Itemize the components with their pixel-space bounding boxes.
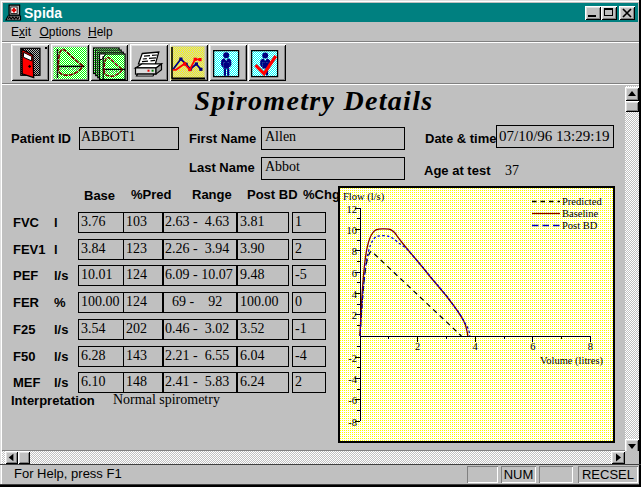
svg-text:6: 6	[352, 268, 357, 279]
svg-text:Predicted: Predicted	[562, 196, 602, 207]
svg-text:2: 2	[415, 341, 420, 352]
svg-text:4: 4	[473, 341, 479, 352]
svg-text:Volume (litres): Volume (litres)	[540, 355, 604, 367]
svg-text:4: 4	[352, 289, 358, 300]
svg-text:10: 10	[347, 225, 358, 236]
svg-text:12: 12	[347, 204, 358, 215]
svg-text:-8: -8	[348, 417, 357, 428]
svg-text:-2: -2	[348, 353, 357, 364]
svg-text:Baseline: Baseline	[562, 208, 598, 219]
svg-text:Post BD: Post BD	[562, 220, 598, 231]
svg-text:2: 2	[352, 310, 357, 321]
svg-text:8: 8	[352, 246, 357, 257]
svg-text:-6: -6	[348, 395, 357, 406]
svg-text:-4: -4	[348, 374, 357, 385]
svg-text:6: 6	[530, 341, 535, 352]
svg-text:Flow (l/s): Flow (l/s)	[343, 191, 385, 203]
svg-text:8: 8	[588, 341, 593, 352]
